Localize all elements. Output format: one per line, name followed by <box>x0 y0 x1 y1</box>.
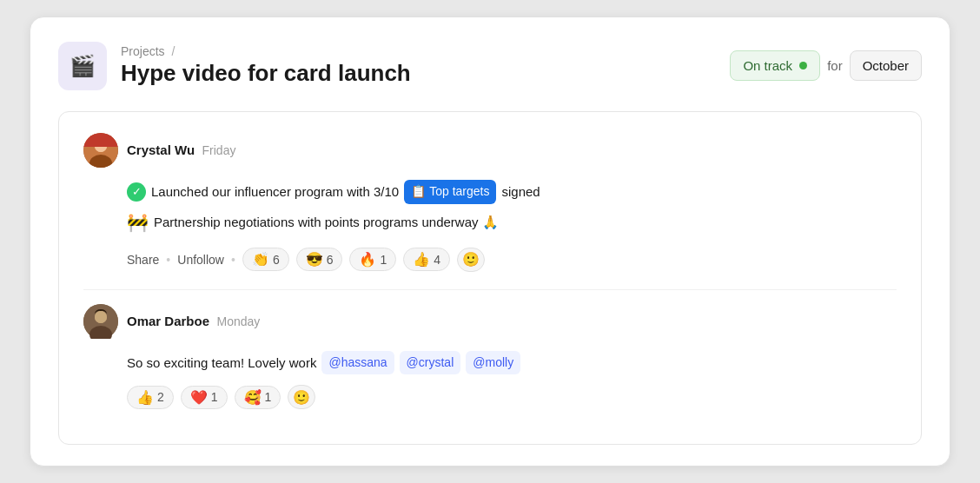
post-text-before-link: Launched our influencer program with 3/1… <box>151 181 399 203</box>
post-day-omar: Monday <box>217 314 261 328</box>
reaction-cool[interactable]: 😎 6 <box>296 248 343 271</box>
reaction-heart-eyes-omar[interactable]: 🥰 1 <box>235 386 281 409</box>
mention-hassana[interactable]: @hassana <box>321 351 394 375</box>
on-track-badge[interactable]: On track <box>730 50 820 81</box>
project-icon: 🎬 <box>58 42 107 90</box>
svg-point-7 <box>95 311 107 323</box>
post-crystal: Crystal Wu Friday ✓ Launched our influen… <box>83 133 897 272</box>
share-action[interactable]: Share <box>127 253 159 267</box>
header-text: Projects / Hype video for card launch <box>121 44 411 87</box>
reaction-heart-omar[interactable]: ❤️ 1 <box>181 386 228 409</box>
post-header-omar: Omar Darboe Monday <box>83 304 897 339</box>
link-label: Top targets <box>429 182 489 202</box>
post-day-crystal: Friday <box>202 143 236 157</box>
post-text-after-link: signed <box>501 181 540 203</box>
author-name-crystal: Crystal Wu <box>127 142 195 157</box>
month-badge[interactable]: October <box>850 50 922 81</box>
omar-text: So so exciting team! Lovely work <box>127 352 316 374</box>
add-reaction-button-omar[interactable]: 🙂 <box>288 385 315 409</box>
post-divider <box>83 289 897 290</box>
status-dot <box>799 62 807 69</box>
top-targets-link[interactable]: 📋 Top targets <box>404 180 496 204</box>
avatar-omar <box>83 304 118 339</box>
post-line-2: 🚧 Partnership negotiations with points p… <box>127 208 897 237</box>
post-author-omar: Omar Darboe Monday <box>127 314 260 329</box>
list-icon: 📋 <box>411 182 426 202</box>
post-line-1: ✓ Launched our influencer program with 3… <box>127 180 897 204</box>
smiley-icon-omar: 🙂 <box>293 389 310 406</box>
page-title: Hype video for card launch <box>121 60 411 87</box>
reactions-bar-omar: 👍 2 ❤️ 1 🥰 1 🙂 <box>127 385 897 409</box>
construction-icon: 🚧 <box>127 208 149 237</box>
unfollow-action[interactable]: Unfollow <box>177 253 224 267</box>
breadcrumb-projects[interactable]: Projects <box>121 44 165 58</box>
project-card: 🎬 Projects / Hype video for card launch … <box>30 17 950 467</box>
post-omar: Omar Darboe Monday So so exciting team! … <box>83 304 897 410</box>
page-header: 🎬 Projects / Hype video for card launch … <box>58 42 922 90</box>
mention-molly[interactable]: @molly <box>466 351 520 375</box>
feed-card: Crystal Wu Friday ✓ Launched our influen… <box>58 111 922 446</box>
mention-crystal[interactable]: @crystal <box>400 351 461 375</box>
avatar-crystal <box>83 133 118 168</box>
reaction-clap[interactable]: 👏 6 <box>242 248 289 271</box>
header-left: 🎬 Projects / Hype video for card launch <box>58 42 411 90</box>
for-text: for <box>827 58 843 73</box>
header-right: On track for October <box>730 50 922 81</box>
svg-point-3 <box>95 140 107 152</box>
smiley-icon: 🙂 <box>462 251 480 268</box>
reaction-thumbsup[interactable]: 👍 4 <box>403 248 450 271</box>
check-icon: ✓ <box>127 182 146 202</box>
post-author-crystal: Crystal Wu Friday <box>127 142 235 158</box>
reaction-fire[interactable]: 🔥 1 <box>349 248 396 271</box>
on-track-label: On track <box>743 58 792 73</box>
reaction-thumbsup-omar[interactable]: 👍 2 <box>127 386 174 409</box>
post-body-omar: So so exciting team! Lovely work @hassan… <box>127 351 897 375</box>
reactions-bar-crystal: Share • Unfollow • 👏 6 😎 6 🔥 1 👍 <box>127 248 897 272</box>
add-reaction-button-crystal[interactable]: 🙂 <box>457 248 485 272</box>
post-body-crystal: ✓ Launched our influencer program with 3… <box>127 180 897 237</box>
breadcrumb: Projects / <box>121 44 411 58</box>
author-name-omar: Omar Darboe <box>127 314 209 328</box>
post-header-crystal: Crystal Wu Friday <box>83 133 897 168</box>
post-line-omar-1: So so exciting team! Lovely work @hassan… <box>127 351 897 375</box>
post-line-2-text: Partnership negotiations with points pro… <box>154 211 499 234</box>
breadcrumb-sep: / <box>171 44 175 58</box>
